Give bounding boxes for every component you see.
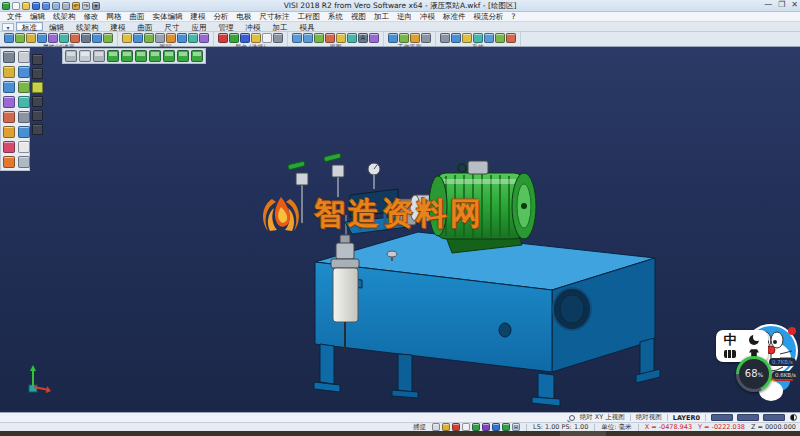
delete-tool-icon[interactable] xyxy=(3,141,15,153)
search-icon[interactable] xyxy=(569,415,575,421)
layer-off-icon[interactable] xyxy=(155,33,165,43)
view-wireframe-icon[interactable] xyxy=(79,50,91,62)
ribbon-tab-冲模[interactable]: 冲模 xyxy=(240,22,267,31)
panel-tab-5[interactable] xyxy=(32,110,43,121)
view-front-icon[interactable] xyxy=(121,50,133,62)
customize-quick-access-icon[interactable]: ▾ xyxy=(92,2,100,10)
panel-tab-3[interactable] xyxy=(32,82,43,93)
new-file-icon[interactable] xyxy=(12,2,20,10)
snap-mid-icon[interactable] xyxy=(462,423,470,431)
snap-center-icon[interactable] xyxy=(472,423,480,431)
calculator-icon[interactable] xyxy=(462,33,472,43)
workplane-view-icon[interactable] xyxy=(399,33,409,43)
measure-tool-icon[interactable] xyxy=(3,126,15,138)
ribbon-tab-尺寸[interactable]: 尺寸 xyxy=(159,22,186,31)
layers-icon[interactable] xyxy=(122,33,132,43)
mask-icon[interactable] xyxy=(70,33,80,43)
status-swatch-2[interactable] xyxy=(737,414,759,421)
layer-manager-icon[interactable] xyxy=(177,33,187,43)
save-all-icon[interactable] xyxy=(42,2,50,10)
arc-tool-icon[interactable] xyxy=(3,81,15,93)
ribbon-tab-模具[interactable]: 模具 xyxy=(294,22,321,31)
menu-工程图[interactable]: 工程图 xyxy=(294,12,325,22)
color-yellow-swatch-icon[interactable] xyxy=(251,33,261,43)
menu-网格[interactable]: 网格 xyxy=(103,12,126,22)
info-icon[interactable] xyxy=(484,33,494,43)
snap-point-icon[interactable] xyxy=(442,423,450,431)
minimize-button[interactable]: — xyxy=(764,0,772,9)
reset-filter-icon[interactable] xyxy=(103,33,113,43)
menu-视图[interactable]: 视图 xyxy=(347,12,370,22)
database-icon[interactable] xyxy=(451,33,461,43)
menu-修改[interactable]: 修改 xyxy=(80,12,103,22)
move-to-layer-icon[interactable] xyxy=(188,33,198,43)
absolute-xy-view-label[interactable]: 绝对 XY 上视图 xyxy=(580,413,625,422)
help-icon[interactable] xyxy=(495,33,505,43)
ribbon-tab-应用[interactable]: 应用 xyxy=(186,22,213,31)
layers-tool-icon[interactable] xyxy=(18,141,30,153)
rotate-tool-icon[interactable] xyxy=(18,96,30,108)
ortho-icon[interactable] xyxy=(492,423,500,431)
zoom-out-icon[interactable] xyxy=(325,33,335,43)
ribbon-tab-管理[interactable]: 管理 xyxy=(213,22,240,31)
panel-tab-4[interactable] xyxy=(32,96,43,107)
close-button[interactable]: ✕ xyxy=(791,0,798,9)
curve-tool-icon[interactable] xyxy=(18,81,30,93)
menu-尺寸标注[interactable]: 尺寸标注 xyxy=(256,12,294,22)
layer-current-icon[interactable] xyxy=(166,33,176,43)
import-icon[interactable] xyxy=(52,2,60,10)
keyboard-icon[interactable] xyxy=(724,350,736,358)
menu-曲面[interactable]: 曲面 xyxy=(126,12,149,22)
menu-标准件[interactable]: 标准件 xyxy=(439,12,470,22)
color-red-swatch-icon[interactable] xyxy=(218,33,228,43)
properties-icon[interactable] xyxy=(81,33,91,43)
menu-加工[interactable]: 加工 xyxy=(370,12,393,22)
viewport-3d[interactable]: 智造资料网 中 xyxy=(0,47,800,412)
ribbon-tab-建模[interactable]: 建模 xyxy=(105,22,132,31)
layer-on-icon[interactable] xyxy=(144,33,154,43)
settings-icon[interactable] xyxy=(440,33,450,43)
snap-settings-icon[interactable] xyxy=(432,423,440,431)
type-filter-icon[interactable] xyxy=(48,33,58,43)
pan-icon[interactable] xyxy=(336,33,346,43)
redraw-icon[interactable] xyxy=(369,33,379,43)
render-tool-icon[interactable] xyxy=(18,156,30,168)
ribbon-tab-标准[interactable]: 标准 xyxy=(16,22,43,31)
view-back-icon[interactable] xyxy=(163,50,175,62)
menu-文件[interactable]: 文件 xyxy=(3,12,26,22)
ribbon-tab-曲面[interactable]: 曲面 xyxy=(132,22,159,31)
select-tool-icon[interactable] xyxy=(3,51,15,63)
status-swatch-3[interactable] xyxy=(763,414,785,421)
menu-冲模[interactable]: 冲模 xyxy=(416,12,439,22)
trim-tool-icon[interactable] xyxy=(18,111,30,123)
menu-系统[interactable]: 系统 xyxy=(324,12,347,22)
save-icon[interactable] xyxy=(32,2,40,10)
options-icon[interactable] xyxy=(506,33,516,43)
maximize-button[interactable]: ❐ xyxy=(778,0,785,9)
panel-tab-6[interactable] xyxy=(32,124,43,135)
zoom-fit-icon[interactable] xyxy=(292,33,302,43)
panel-tab-2[interactable] xyxy=(32,68,43,79)
menu-分析[interactable]: 分析 xyxy=(210,12,233,22)
copy-to-layer-icon[interactable] xyxy=(199,33,209,43)
status-swatch-1[interactable] xyxy=(711,414,733,421)
menu-实体编辑[interactable]: 实体编辑 xyxy=(149,12,187,22)
element-filter-icon[interactable] xyxy=(59,33,69,43)
menu-编辑[interactable]: 编辑 xyxy=(26,12,49,22)
menu-逆向[interactable]: 逆向 xyxy=(393,12,416,22)
color-blue-swatch-icon[interactable] xyxy=(240,33,250,43)
workplane-entity-icon[interactable] xyxy=(410,33,420,43)
view-right-icon[interactable] xyxy=(135,50,147,62)
menu-电极[interactable]: 电极 xyxy=(233,12,256,22)
menu-线架构[interactable]: 线架构 xyxy=(49,12,80,22)
view-mode-label[interactable]: 绝对视图 xyxy=(636,413,662,422)
zoom-in-icon[interactable] xyxy=(314,33,324,43)
ribbon-dropdown[interactable]: ▾ xyxy=(2,23,14,31)
workplane-xy-icon[interactable] xyxy=(388,33,398,43)
box-select-tool-icon[interactable] xyxy=(18,51,30,63)
view-bottom-icon[interactable] xyxy=(177,50,189,62)
app-logo-icon[interactable] xyxy=(2,2,10,10)
layer-filter-icon[interactable] xyxy=(37,33,47,43)
view-isometric-icon[interactable] xyxy=(191,50,203,62)
rotate-view-icon[interactable] xyxy=(347,33,357,43)
